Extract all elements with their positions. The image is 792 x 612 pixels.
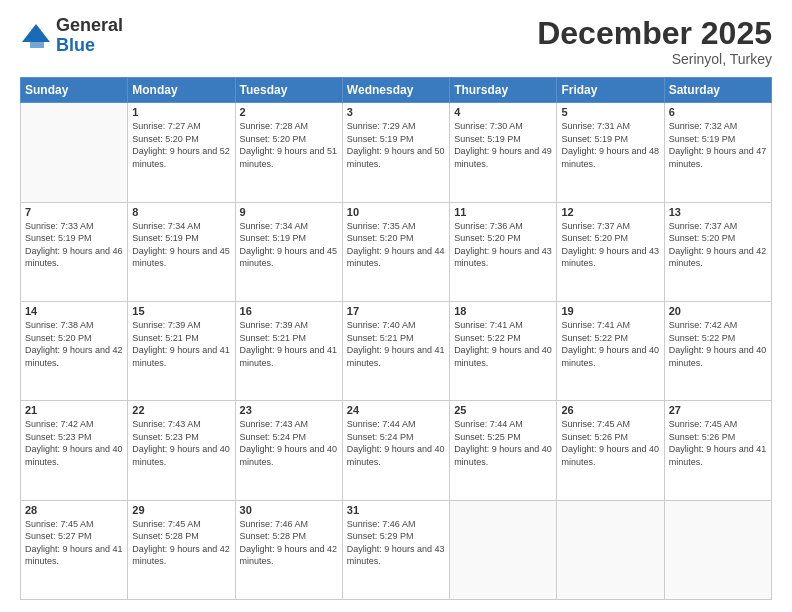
day-number: 15: [132, 305, 230, 317]
day-number: 2: [240, 106, 338, 118]
cell-info: Sunrise: 7:34 AMSunset: 5:19 PMDaylight:…: [132, 220, 230, 270]
cell-info: Sunrise: 7:30 AMSunset: 5:19 PMDaylight:…: [454, 120, 552, 170]
calendar-cell: 31Sunrise: 7:46 AMSunset: 5:29 PMDayligh…: [342, 500, 449, 599]
day-number: 25: [454, 404, 552, 416]
day-number: 28: [25, 504, 123, 516]
cell-info: Sunrise: 7:45 AMSunset: 5:28 PMDaylight:…: [132, 518, 230, 568]
calendar-cell: 16Sunrise: 7:39 AMSunset: 5:21 PMDayligh…: [235, 301, 342, 400]
cell-info: Sunrise: 7:45 AMSunset: 5:26 PMDaylight:…: [561, 418, 659, 468]
calendar-cell: 7Sunrise: 7:33 AMSunset: 5:19 PMDaylight…: [21, 202, 128, 301]
calendar-cell: 2Sunrise: 7:28 AMSunset: 5:20 PMDaylight…: [235, 103, 342, 202]
cell-info: Sunrise: 7:46 AMSunset: 5:29 PMDaylight:…: [347, 518, 445, 568]
calendar-cell: [21, 103, 128, 202]
calendar-cell: 23Sunrise: 7:43 AMSunset: 5:24 PMDayligh…: [235, 401, 342, 500]
calendar-cell: 3Sunrise: 7:29 AMSunset: 5:19 PMDaylight…: [342, 103, 449, 202]
title-section: December 2025 Serinyol, Turkey: [537, 16, 772, 67]
day-number: 23: [240, 404, 338, 416]
day-number: 27: [669, 404, 767, 416]
cell-info: Sunrise: 7:39 AMSunset: 5:21 PMDaylight:…: [240, 319, 338, 369]
cell-info: Sunrise: 7:36 AMSunset: 5:20 PMDaylight:…: [454, 220, 552, 270]
calendar-cell: 10Sunrise: 7:35 AMSunset: 5:20 PMDayligh…: [342, 202, 449, 301]
day-of-week-tuesday: Tuesday: [235, 78, 342, 103]
day-number: 8: [132, 206, 230, 218]
cell-info: Sunrise: 7:43 AMSunset: 5:24 PMDaylight:…: [240, 418, 338, 468]
calendar-cell: 13Sunrise: 7:37 AMSunset: 5:20 PMDayligh…: [664, 202, 771, 301]
calendar-header-row: SundayMondayTuesdayWednesdayThursdayFrid…: [21, 78, 772, 103]
calendar-cell: 30Sunrise: 7:46 AMSunset: 5:28 PMDayligh…: [235, 500, 342, 599]
cell-info: Sunrise: 7:41 AMSunset: 5:22 PMDaylight:…: [561, 319, 659, 369]
cell-info: Sunrise: 7:31 AMSunset: 5:19 PMDaylight:…: [561, 120, 659, 170]
cell-info: Sunrise: 7:41 AMSunset: 5:22 PMDaylight:…: [454, 319, 552, 369]
calendar-cell: 5Sunrise: 7:31 AMSunset: 5:19 PMDaylight…: [557, 103, 664, 202]
calendar-cell: 4Sunrise: 7:30 AMSunset: 5:19 PMDaylight…: [450, 103, 557, 202]
calendar-cell: 24Sunrise: 7:44 AMSunset: 5:24 PMDayligh…: [342, 401, 449, 500]
logo-icon: [20, 22, 52, 50]
logo-general: General: [56, 16, 123, 36]
day-number: 12: [561, 206, 659, 218]
calendar-cell: 6Sunrise: 7:32 AMSunset: 5:19 PMDaylight…: [664, 103, 771, 202]
calendar-week-2: 7Sunrise: 7:33 AMSunset: 5:19 PMDaylight…: [21, 202, 772, 301]
calendar-week-1: 1Sunrise: 7:27 AMSunset: 5:20 PMDaylight…: [21, 103, 772, 202]
header: General Blue December 2025 Serinyol, Tur…: [20, 16, 772, 67]
day-number: 5: [561, 106, 659, 118]
day-number: 13: [669, 206, 767, 218]
day-of-week-saturday: Saturday: [664, 78, 771, 103]
logo: General Blue: [20, 16, 123, 56]
day-number: 21: [25, 404, 123, 416]
day-of-week-wednesday: Wednesday: [342, 78, 449, 103]
calendar-week-4: 21Sunrise: 7:42 AMSunset: 5:23 PMDayligh…: [21, 401, 772, 500]
day-of-week-friday: Friday: [557, 78, 664, 103]
calendar-cell: 27Sunrise: 7:45 AMSunset: 5:26 PMDayligh…: [664, 401, 771, 500]
calendar-cell: 17Sunrise: 7:40 AMSunset: 5:21 PMDayligh…: [342, 301, 449, 400]
svg-marker-1: [30, 34, 44, 48]
logo-text: General Blue: [56, 16, 123, 56]
cell-info: Sunrise: 7:37 AMSunset: 5:20 PMDaylight:…: [561, 220, 659, 270]
calendar-cell: [557, 500, 664, 599]
month-year: December 2025: [537, 16, 772, 51]
cell-info: Sunrise: 7:39 AMSunset: 5:21 PMDaylight:…: [132, 319, 230, 369]
cell-info: Sunrise: 7:38 AMSunset: 5:20 PMDaylight:…: [25, 319, 123, 369]
calendar-cell: 21Sunrise: 7:42 AMSunset: 5:23 PMDayligh…: [21, 401, 128, 500]
day-number: 11: [454, 206, 552, 218]
calendar-cell: 1Sunrise: 7:27 AMSunset: 5:20 PMDaylight…: [128, 103, 235, 202]
calendar-cell: 20Sunrise: 7:42 AMSunset: 5:22 PMDayligh…: [664, 301, 771, 400]
day-number: 3: [347, 106, 445, 118]
calendar-cell: 15Sunrise: 7:39 AMSunset: 5:21 PMDayligh…: [128, 301, 235, 400]
calendar-cell: 14Sunrise: 7:38 AMSunset: 5:20 PMDayligh…: [21, 301, 128, 400]
day-number: 19: [561, 305, 659, 317]
cell-info: Sunrise: 7:29 AMSunset: 5:19 PMDaylight:…: [347, 120, 445, 170]
cell-info: Sunrise: 7:34 AMSunset: 5:19 PMDaylight:…: [240, 220, 338, 270]
calendar-cell: 22Sunrise: 7:43 AMSunset: 5:23 PMDayligh…: [128, 401, 235, 500]
day-number: 24: [347, 404, 445, 416]
cell-info: Sunrise: 7:32 AMSunset: 5:19 PMDaylight:…: [669, 120, 767, 170]
cell-info: Sunrise: 7:45 AMSunset: 5:26 PMDaylight:…: [669, 418, 767, 468]
calendar-cell: 12Sunrise: 7:37 AMSunset: 5:20 PMDayligh…: [557, 202, 664, 301]
calendar-cell: 25Sunrise: 7:44 AMSunset: 5:25 PMDayligh…: [450, 401, 557, 500]
calendar-week-3: 14Sunrise: 7:38 AMSunset: 5:20 PMDayligh…: [21, 301, 772, 400]
day-number: 26: [561, 404, 659, 416]
day-number: 22: [132, 404, 230, 416]
cell-info: Sunrise: 7:44 AMSunset: 5:25 PMDaylight:…: [454, 418, 552, 468]
calendar-cell: 8Sunrise: 7:34 AMSunset: 5:19 PMDaylight…: [128, 202, 235, 301]
cell-info: Sunrise: 7:42 AMSunset: 5:23 PMDaylight:…: [25, 418, 123, 468]
calendar-cell: 28Sunrise: 7:45 AMSunset: 5:27 PMDayligh…: [21, 500, 128, 599]
calendar-cell: 29Sunrise: 7:45 AMSunset: 5:28 PMDayligh…: [128, 500, 235, 599]
day-number: 16: [240, 305, 338, 317]
cell-info: Sunrise: 7:46 AMSunset: 5:28 PMDaylight:…: [240, 518, 338, 568]
day-number: 9: [240, 206, 338, 218]
day-of-week-sunday: Sunday: [21, 78, 128, 103]
location: Serinyol, Turkey: [537, 51, 772, 67]
day-number: 29: [132, 504, 230, 516]
day-number: 17: [347, 305, 445, 317]
calendar-cell: 11Sunrise: 7:36 AMSunset: 5:20 PMDayligh…: [450, 202, 557, 301]
cell-info: Sunrise: 7:43 AMSunset: 5:23 PMDaylight:…: [132, 418, 230, 468]
cell-info: Sunrise: 7:35 AMSunset: 5:20 PMDaylight:…: [347, 220, 445, 270]
cell-info: Sunrise: 7:27 AMSunset: 5:20 PMDaylight:…: [132, 120, 230, 170]
calendar-cell: [450, 500, 557, 599]
day-number: 31: [347, 504, 445, 516]
calendar: SundayMondayTuesdayWednesdayThursdayFrid…: [20, 77, 772, 600]
day-number: 14: [25, 305, 123, 317]
cell-info: Sunrise: 7:42 AMSunset: 5:22 PMDaylight:…: [669, 319, 767, 369]
calendar-cell: 9Sunrise: 7:34 AMSunset: 5:19 PMDaylight…: [235, 202, 342, 301]
calendar-cell: 19Sunrise: 7:41 AMSunset: 5:22 PMDayligh…: [557, 301, 664, 400]
